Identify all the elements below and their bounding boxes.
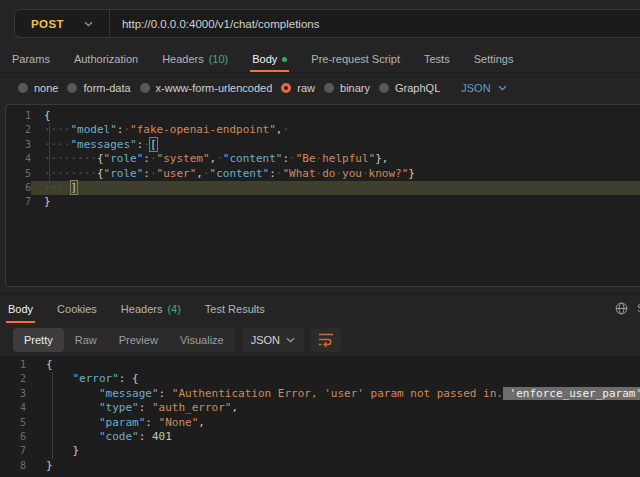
view-tab-raw[interactable]: Raw bbox=[64, 328, 108, 352]
code-line-content: ········{"role":·"system",·"content":·"B… bbox=[31, 152, 640, 166]
request-editor[interactable]: 1{2····"model":·"fake-openai-endpoint",·… bbox=[5, 104, 640, 287]
chevron-down-icon bbox=[498, 85, 507, 91]
request-url-row: POST http://0.0.0.0:4000/v1/chat/complet… bbox=[0, 0, 640, 46]
response-language-select[interactable]: JSON bbox=[242, 328, 304, 352]
mode-label-graphql: GraphQL bbox=[395, 82, 440, 94]
line-number: 4 bbox=[0, 401, 26, 415]
resp-tab-test-results[interactable]: Test Results bbox=[193, 294, 277, 323]
code-line-content: "param": "None", bbox=[26, 416, 640, 430]
radio-none[interactable] bbox=[18, 83, 28, 93]
tab-tests[interactable]: Tests bbox=[412, 46, 462, 72]
resp-tab-test-results-label: Test Results bbox=[205, 303, 265, 315]
mode-form-data[interactable]: form-data bbox=[67, 82, 130, 94]
chevron-down-icon bbox=[84, 21, 93, 27]
body-mode-row: noneform-datax-www-form-urlencodedrawbin… bbox=[0, 73, 640, 103]
resp-tab-headers[interactable]: Headers(4) bbox=[109, 294, 193, 323]
code-line[interactable]: 5········{"role":·"user",·"content":·"Wh… bbox=[6, 167, 640, 181]
resp-tab-headers-label: Headers bbox=[121, 303, 163, 315]
response-tabs: BodyCookiesHeaders(4)Test Results S bbox=[0, 293, 640, 323]
indent-guide bbox=[49, 123, 50, 195]
code-line-content: { bbox=[26, 358, 640, 372]
code-line-content: ········{"role":·"user",·"content":·"Wha… bbox=[31, 167, 640, 181]
mode-raw[interactable]: raw bbox=[281, 82, 315, 94]
count-badge: (10) bbox=[209, 53, 229, 65]
radio-graphql[interactable] bbox=[379, 83, 389, 93]
tab-body[interactable]: Body bbox=[240, 46, 299, 72]
view-tab-preview[interactable]: Preview bbox=[108, 328, 169, 352]
code-line[interactable]: 7} bbox=[6, 195, 640, 209]
mode-binary[interactable]: binary bbox=[324, 82, 370, 94]
code-line[interactable]: 2 "error": { bbox=[0, 372, 640, 386]
language-select[interactable]: JSON bbox=[461, 82, 506, 94]
code-line[interactable]: 5 "param": "None", bbox=[0, 416, 640, 430]
method-select[interactable]: POST bbox=[15, 10, 109, 37]
globe-icon[interactable] bbox=[615, 302, 628, 315]
mode-label-x-www-form-urlencoded: x-www-form-urlencoded bbox=[156, 82, 273, 94]
code-line-content: ····] bbox=[31, 181, 640, 195]
resp-tab-cookies[interactable]: Cookies bbox=[45, 294, 109, 323]
wrap-lines-button[interactable] bbox=[311, 328, 341, 352]
tab-tests-label: Tests bbox=[424, 53, 450, 65]
url-text[interactable]: http://0.0.0.0:4000/v1/chat/completions bbox=[122, 18, 320, 30]
code-line[interactable]: 1{ bbox=[6, 109, 640, 123]
code-line[interactable]: 2····"model":·"fake-openai-endpoint",· bbox=[6, 123, 640, 137]
mode-label-raw: raw bbox=[297, 82, 315, 94]
code-line-content: { bbox=[31, 109, 640, 123]
response-editor[interactable]: 1{2 "error": {3 "message": "Authenticati… bbox=[0, 356, 640, 477]
line-number: 8 bbox=[0, 459, 26, 473]
tab-pre-request-script[interactable]: Pre-request Script bbox=[299, 46, 412, 72]
line-number: 2 bbox=[6, 123, 31, 137]
count-badge: (4) bbox=[167, 303, 180, 315]
code-line-content: "code": 401 bbox=[26, 430, 640, 444]
code-line-content: "message": "Authentication Error, 'user'… bbox=[26, 387, 640, 401]
divider bbox=[109, 10, 110, 38]
resp-tab-body[interactable]: Body bbox=[8, 294, 45, 323]
code-line-content: } bbox=[31, 195, 640, 209]
line-number: 7 bbox=[6, 195, 31, 209]
resp-tab-cookies-label: Cookies bbox=[57, 303, 97, 315]
mode-x-www-form-urlencoded[interactable]: x-www-form-urlencoded bbox=[140, 82, 273, 94]
code-line[interactable]: 3 "message": "Authentication Error, 'use… bbox=[0, 387, 640, 401]
line-number: 5 bbox=[6, 167, 31, 181]
tab-params[interactable]: Params bbox=[12, 46, 62, 72]
code-line[interactable]: 4········{"role":·"system",·"content":·"… bbox=[6, 152, 640, 166]
request-tabs: ParamsAuthorizationHeaders(10)BodyPre-re… bbox=[0, 46, 640, 73]
chevron-down-icon bbox=[286, 337, 295, 343]
mode-none[interactable]: none bbox=[18, 82, 58, 94]
code-line[interactable]: 1{ bbox=[0, 358, 640, 372]
mode-label-form-data: form-data bbox=[83, 82, 130, 94]
view-tab-pretty[interactable]: Pretty bbox=[13, 328, 64, 352]
response-language-label: JSON bbox=[251, 334, 280, 346]
mode-label-none: none bbox=[34, 82, 58, 94]
code-line[interactable]: 8} bbox=[0, 459, 640, 473]
wrap-text-icon bbox=[318, 332, 334, 347]
code-line[interactable]: 3····"messages":·[ bbox=[6, 138, 640, 152]
tab-authorization[interactable]: Authorization bbox=[62, 46, 150, 72]
line-number: 3 bbox=[6, 138, 31, 152]
tab-headers[interactable]: Headers(10) bbox=[150, 46, 240, 72]
view-tab-visualize[interactable]: Visualize bbox=[169, 328, 235, 352]
resp-tab-body-label: Body bbox=[8, 303, 33, 315]
tab-headers-label: Headers bbox=[162, 53, 204, 65]
code-line[interactable]: 7 } bbox=[0, 444, 640, 458]
line-number: 3 bbox=[0, 387, 26, 401]
radio-binary[interactable] bbox=[324, 83, 334, 93]
line-number: 4 bbox=[6, 152, 31, 166]
code-line-content: ····"messages":·[ bbox=[31, 138, 640, 152]
response-header-right bbox=[615, 294, 628, 323]
code-line[interactable]: 6····] bbox=[6, 181, 640, 195]
code-line-content: "error": { bbox=[26, 372, 640, 386]
code-line-content: } bbox=[26, 444, 640, 458]
indent-guide bbox=[52, 372, 53, 459]
tab-settings-label: Settings bbox=[474, 53, 514, 65]
radio-form-data[interactable] bbox=[67, 83, 77, 93]
radio-raw[interactable] bbox=[281, 83, 291, 93]
code-line[interactable]: 6 "code": 401 bbox=[0, 430, 640, 444]
mode-graphql[interactable]: GraphQL bbox=[379, 82, 440, 94]
body-mode-radios: noneform-datax-www-form-urlencodedrawbin… bbox=[18, 82, 449, 94]
tab-settings[interactable]: Settings bbox=[462, 46, 526, 72]
code-line[interactable]: 4 "type": "auth_error", bbox=[0, 401, 640, 415]
url-input[interactable]: POST http://0.0.0.0:4000/v1/chat/complet… bbox=[14, 9, 640, 38]
radio-x-www-form-urlencoded[interactable] bbox=[140, 83, 150, 93]
unsaved-changes-dot bbox=[282, 57, 287, 62]
